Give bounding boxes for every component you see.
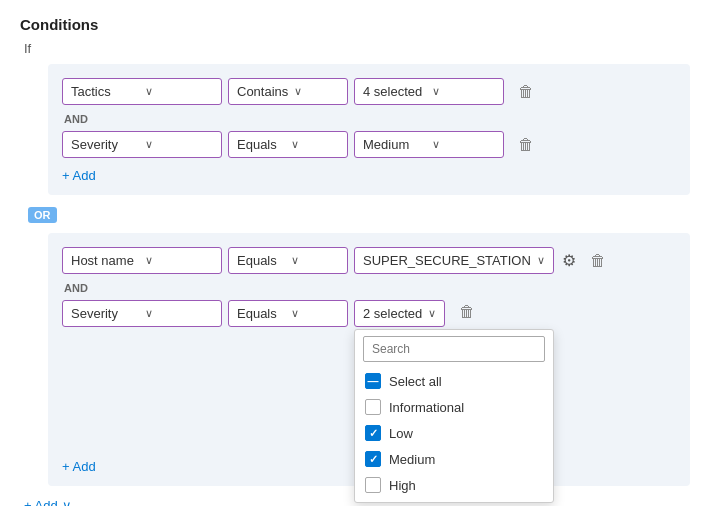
value-select-2-2[interactable]: 2 selected ∨ <box>354 300 445 327</box>
conditions-page: Conditions If Tactics ∨ Contains ∨ 4 sel… <box>0 0 710 506</box>
option-label-informational: Informational <box>389 400 464 415</box>
value-chevron-1-2: ∨ <box>432 138 495 151</box>
field-select-hostname[interactable]: Host name ∨ <box>62 247 222 274</box>
operator-select-1-1[interactable]: Contains ∨ <box>228 78 348 105</box>
operator-chevron-2-2: ∨ <box>291 307 339 320</box>
value-select-1-2[interactable]: Medium ∨ <box>354 131 504 158</box>
field-select-severity-1[interactable]: Severity ∨ <box>62 131 222 158</box>
dropdown-option-informational[interactable]: Informational <box>355 394 553 420</box>
condition-row-1-1: Tactics ∨ Contains ∨ 4 selected ∨ 🗑 <box>62 78 676 105</box>
add-condition-1[interactable]: + Add <box>62 166 96 185</box>
value-chevron-2-1: ∨ <box>537 254 545 267</box>
operator-select-2-1[interactable]: Equals ∨ <box>228 247 348 274</box>
value-select-1-1[interactable]: 4 selected ∨ <box>354 78 504 105</box>
operator-chevron-1-2: ∨ <box>291 138 339 151</box>
field-select-severity-2[interactable]: Severity ∨ <box>62 300 222 327</box>
dropdown-search-input[interactable] <box>363 336 545 362</box>
condition-block-2: Host name ∨ Equals ∨ SUPER_SECURE_STATIO… <box>48 233 690 486</box>
checkbox-medium <box>365 451 381 467</box>
and-label-2: AND <box>64 282 676 294</box>
field-select-tactics[interactable]: Tactics ∨ <box>62 78 222 105</box>
operator-chevron-2-1: ∨ <box>291 254 339 267</box>
condition-block-1: Tactics ∨ Contains ∨ 4 selected ∨ 🗑 AND … <box>48 64 690 195</box>
dropdown-option-medium[interactable]: Medium <box>355 446 553 472</box>
or-badge: OR <box>28 207 57 223</box>
value-select-1-1-label: 4 selected <box>363 84 426 99</box>
outer-add-button[interactable]: + Add ∨ <box>24 496 72 506</box>
if-label: If <box>24 41 690 56</box>
field-select-hostname-chevron: ∨ <box>145 254 213 267</box>
outer-add-chevron: ∨ <box>62 498 72 506</box>
and-label-1: AND <box>64 113 676 125</box>
field-select-tactics-chevron: ∨ <box>145 85 213 98</box>
checkbox-informational <box>365 399 381 415</box>
severity-dropdown: Select all Informational Low <box>354 329 554 503</box>
value-select-2-1-label: SUPER_SECURE_STATION <box>363 253 531 268</box>
value-select-2-1[interactable]: SUPER_SECURE_STATION ∨ <box>354 247 554 274</box>
checkbox-select-all <box>365 373 381 389</box>
operator-select-1-1-label: Contains <box>237 84 288 99</box>
dropdown-option-high[interactable]: High <box>355 472 553 498</box>
delete-row-1-1[interactable]: 🗑 <box>512 80 540 104</box>
checkbox-high <box>365 477 381 493</box>
delete-row-2-1[interactable]: 🗑 <box>584 249 612 273</box>
field-select-tactics-label: Tactics <box>71 84 139 99</box>
page-title: Conditions <box>20 16 690 33</box>
operator-select-1-2[interactable]: Equals ∨ <box>228 131 348 158</box>
operator-chevron-1-1: ∨ <box>294 85 339 98</box>
value-select-wrapper-2-2: 2 selected ∨ Select all Informational <box>354 300 445 327</box>
dropdown-option-select-all[interactable]: Select all <box>355 368 553 394</box>
outer-add-label: + Add <box>24 498 58 506</box>
condition-row-2-2: Severity ∨ Equals ∨ 2 selected ∨ <box>62 300 676 327</box>
add-condition-2[interactable]: + Add <box>62 457 96 476</box>
operator-select-1-2-label: Equals <box>237 137 285 152</box>
value-chevron-1-1: ∨ <box>432 85 495 98</box>
condition-row-1-2: Severity ∨ Equals ∨ Medium ∨ 🗑 <box>62 131 676 158</box>
config-icon[interactable]: ⚙ <box>562 251 576 270</box>
field-select-severity-1-label: Severity <box>71 137 139 152</box>
option-label-select-all: Select all <box>389 374 442 389</box>
option-label-high: High <box>389 478 416 493</box>
option-label-low: Low <box>389 426 413 441</box>
operator-select-2-1-label: Equals <box>237 253 285 268</box>
dropdown-option-low[interactable]: Low <box>355 420 553 446</box>
field-select-severity-2-label: Severity <box>71 306 139 321</box>
delete-row-1-2[interactable]: 🗑 <box>512 133 540 157</box>
value-chevron-2-2: ∨ <box>428 307 436 320</box>
value-select-1-2-label: Medium <box>363 137 426 152</box>
delete-row-2-2[interactable]: 🗑 <box>453 300 481 324</box>
checkbox-low <box>365 425 381 441</box>
field-select-severity-1-chevron: ∨ <box>145 138 213 151</box>
field-select-hostname-label: Host name <box>71 253 139 268</box>
option-label-medium: Medium <box>389 452 435 467</box>
field-select-severity-2-chevron: ∨ <box>145 307 213 320</box>
condition-row-2-1: Host name ∨ Equals ∨ SUPER_SECURE_STATIO… <box>62 247 676 274</box>
operator-select-2-2-label: Equals <box>237 306 285 321</box>
operator-select-2-2[interactable]: Equals ∨ <box>228 300 348 327</box>
value-select-2-2-label: 2 selected <box>363 306 422 321</box>
